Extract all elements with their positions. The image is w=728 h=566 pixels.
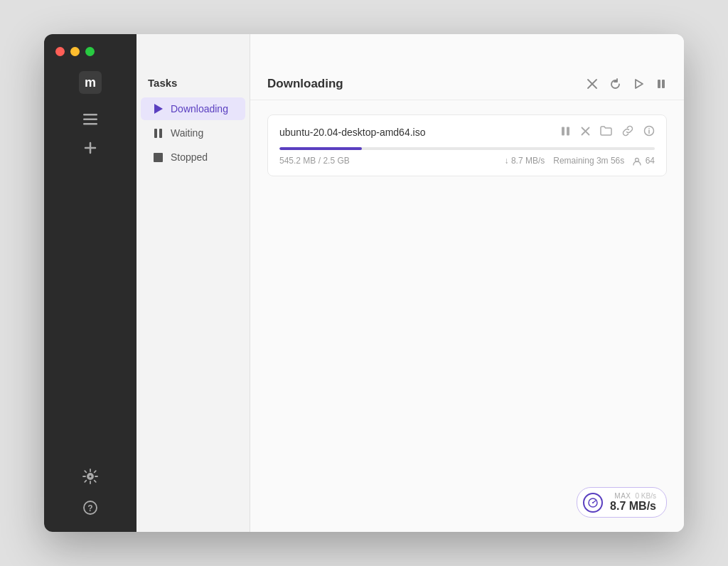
close-button[interactable] [55,47,65,56]
sidebar-bottom: ? [44,464,136,532]
pause-icon [152,127,164,139]
progress-bar-fill [279,147,362,150]
task-label-downloading: Downloading [171,103,228,114]
header-actions [587,78,667,90]
minimize-button[interactable] [70,47,80,56]
page-title: Downloading [267,77,587,91]
logo-mark: m [79,71,102,94]
download-meta-right: ↓ 8.7 MB/s Remaining 3m 56s 64 [505,156,655,166]
speed-indicator: MAX 0 KB/s 8.7 MB/s [577,487,667,518]
main-content: Downloading [250,34,684,532]
svg-text:?: ? [87,503,92,513]
download-speed: ↓ 8.7 MB/s [505,156,545,166]
svg-point-23 [592,502,594,503]
task-label-waiting: Waiting [171,127,203,139]
tasks-panel: Tasks Downloading Waiting Stopped [136,34,250,532]
sidebar: m [44,34,136,532]
download-meta: 545.2 MB / 2.5 GB ↓ 8.7 MB/s Remaining 3… [279,156,655,166]
svg-point-20 [648,128,650,129]
info-button[interactable] [643,125,655,139]
download-cancel-button[interactable] [581,126,590,138]
speed-text: MAX 0 KB/s 8.7 MB/s [610,492,656,513]
download-filename: ubuntu-20.04-desktop-amd64.iso [279,127,553,138]
tasks-header: Tasks [136,68,250,96]
copy-link-button[interactable] [622,125,633,139]
titlebar [44,34,136,68]
stop-icon [152,151,164,163]
download-pause-button[interactable] [560,126,571,139]
download-top-row: ubuntu-20.04-desktop-amd64.iso [279,125,655,139]
sidebar-item-waiting[interactable]: Waiting [141,122,245,144]
svg-rect-13 [662,80,665,88]
svg-rect-15 [567,127,569,135]
main-header: Downloading [250,68,684,100]
add-button[interactable] [44,134,136,162]
svg-rect-0 [83,114,97,116]
download-size: 545.2 MB / 2.5 GB [279,156,350,166]
speed-value: 8.7 MB/s [610,500,656,513]
open-folder-button[interactable] [600,126,612,138]
play-icon [152,103,164,114]
maximize-button[interactable] [85,47,95,56]
downloads-list: ubuntu-20.04-desktop-amd64.iso [250,100,684,532]
svg-rect-1 [83,119,97,121]
svg-rect-12 [658,80,660,88]
download-actions [560,125,655,139]
pause-all-button[interactable] [655,78,667,90]
app-logo: m [44,68,136,97]
settings-icon[interactable] [77,464,103,489]
svg-rect-2 [83,123,97,125]
speed-max-label: MAX [614,492,631,500]
sidebar-item-stopped[interactable]: Stopped [141,146,245,169]
progress-bar-background [279,147,655,150]
download-peers: 64 [633,156,655,166]
close-all-button[interactable] [587,78,598,90]
help-icon[interactable]: ? [77,495,103,520]
sidebar-item-downloading[interactable]: Downloading [141,97,245,120]
svg-marker-11 [636,80,643,88]
resume-all-button[interactable] [633,78,644,90]
speed-icon [583,493,603,513]
speed-kbs-label: 0 KB/s [636,492,656,500]
hamburger-button[interactable] [44,105,136,134]
svg-rect-14 [562,127,564,135]
download-remaining: Remaining 3m 56s [553,156,624,166]
task-label-stopped: Stopped [171,151,208,163]
refresh-button[interactable] [609,78,621,90]
svg-point-5 [89,475,92,479]
download-item: ubuntu-20.04-desktop-amd64.iso [267,114,667,176]
